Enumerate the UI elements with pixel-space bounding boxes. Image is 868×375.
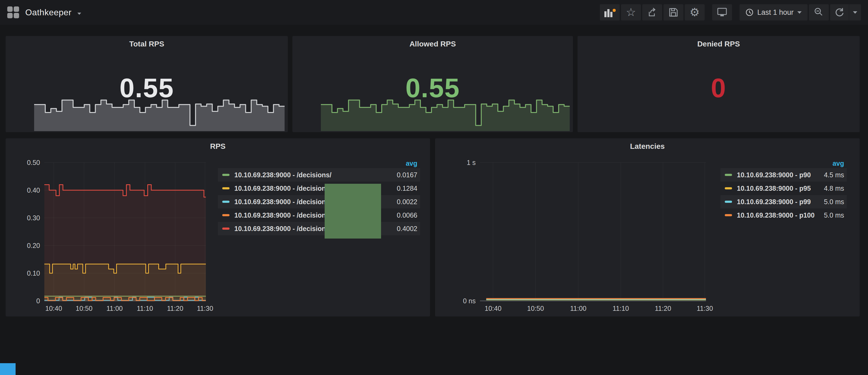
- stat-value: 0.55: [405, 72, 460, 103]
- series-avg-value: 5.0 ms: [824, 211, 844, 219]
- toolbar: ☆ ⚙: [598, 4, 861, 21]
- series-color-swatch[interactable]: [222, 201, 229, 203]
- time-caret-icon: [797, 11, 802, 14]
- series-name[interactable]: 10.10.69.238:9000 - /decisions/: [234, 185, 331, 192]
- series-name[interactable]: 10.10.69.238:9000 - p99: [737, 198, 811, 206]
- series-color-swatch[interactable]: [222, 174, 229, 176]
- series-name[interactable]: 10.10.69.238:9000 - p100: [737, 211, 814, 219]
- series-name[interactable]: 10.10.69.238:9000 - /decisions/: [234, 198, 331, 206]
- latencies-legend: avg10.10.69.238:9000 - p904.5 ms10.10.69…: [720, 158, 847, 222]
- add-panel-button[interactable]: [600, 4, 620, 21]
- latencies-plot-area[interactable]: 10:4010:5011:0011:1011:2011:301 s0 ns: [480, 162, 706, 301]
- refresh-caret-icon: [853, 11, 857, 14]
- settings-button[interactable]: ⚙: [685, 4, 705, 21]
- x-tick-label: 11:20: [655, 305, 671, 312]
- y-tick-label: 0.40: [27, 186, 40, 194]
- series-avg-value: 5.0 ms: [824, 198, 844, 206]
- time-range-label: Last 1 hour: [757, 8, 794, 17]
- x-tick-label: 11:20: [167, 305, 183, 312]
- series-name[interactable]: 10.10.69.238:9000 - p90: [737, 171, 811, 179]
- legend-row[interactable]: 10.10.69.238:9000 - /decisions/0.4002: [218, 222, 420, 235]
- y-tick-label: 0 ns: [463, 297, 476, 305]
- series-color-swatch[interactable]: [725, 174, 732, 176]
- legend-row[interactable]: 10.10.69.238:9000 - p904.5 ms: [720, 168, 847, 182]
- zoom-out-button[interactable]: [809, 4, 829, 21]
- series-name[interactable]: 10.10.69.238:9000 - p95: [737, 185, 811, 192]
- x-tick-label: 10:40: [485, 305, 501, 312]
- panel-title[interactable]: RPS: [6, 142, 430, 151]
- x-tick-label: 10:50: [76, 305, 93, 312]
- x-tick-label: 11:00: [570, 305, 586, 312]
- gear-icon: ⚙: [689, 7, 700, 18]
- legend-row[interactable]: 10.10.69.238:9000 - p954.8 ms: [720, 182, 847, 195]
- refresh-interval-button[interactable]: [849, 4, 861, 21]
- sidebar-corner-button[interactable]: [0, 363, 16, 375]
- grafana-dashboard: Oathkeeper ☆: [0, 0, 868, 375]
- add-panel-icon: [604, 7, 616, 18]
- series-name[interactable]: 10.10.69.238:9000 - /decisions/: [234, 171, 331, 179]
- rps-plot-area[interactable]: 10:4010:5011:0011:1011:2011:300.500.400.…: [44, 162, 206, 301]
- time-picker-button[interactable]: Last 1 hour: [740, 4, 808, 21]
- save-button[interactable]: [663, 4, 683, 21]
- series-color-swatch[interactable]: [725, 201, 732, 203]
- series-color-swatch[interactable]: [222, 187, 229, 189]
- star-button[interactable]: ☆: [621, 4, 641, 21]
- series-avg-value: 0.4002: [397, 225, 417, 232]
- legend-row[interactable]: 10.10.69.238:9000 - /decisions/0.0022: [218, 195, 420, 209]
- y-tick-label: 0.20: [27, 242, 40, 250]
- series-color-swatch[interactable]: [222, 227, 229, 230]
- series-color-swatch[interactable]: [222, 214, 229, 216]
- panel-title[interactable]: Total RPS: [6, 40, 288, 49]
- dashboard-picker[interactable]: Oathkeeper: [7, 6, 81, 19]
- series-name[interactable]: 10.10.69.238:9000 - /decisions/: [234, 211, 331, 219]
- x-tick-label: 11:10: [137, 305, 153, 312]
- panel-title[interactable]: Allowed RPS: [292, 40, 573, 49]
- panel-total-rps: Total RPS 0.55: [6, 36, 288, 132]
- legend-row[interactable]: 10.10.69.238:9000 - p995.0 ms: [720, 195, 847, 209]
- series-color-swatch[interactable]: [725, 187, 732, 189]
- dashboard-caret-icon: [78, 12, 81, 15]
- series-avg-value: 0.1284: [397, 185, 417, 192]
- series-avg-value: 0.0066: [397, 211, 417, 219]
- legend-header-avg[interactable]: avg: [720, 158, 847, 168]
- series-avg-value: 0.0167: [397, 171, 417, 179]
- series-avg-value: 0.0022: [397, 198, 417, 206]
- share-button[interactable]: [642, 4, 662, 21]
- refresh-icon: [834, 7, 845, 18]
- legend-row[interactable]: 10.10.69.238:9000 - /decisions/0.1284: [218, 182, 420, 195]
- x-tick-label: 11:30: [696, 305, 713, 312]
- x-tick-label: 11:30: [197, 305, 213, 312]
- y-tick-label: 0.30: [27, 214, 40, 222]
- series-avg-value: 4.8 ms: [824, 185, 844, 192]
- stat-value: 0.55: [120, 72, 174, 103]
- y-tick-label: 0.10: [27, 270, 40, 277]
- x-tick-label: 10:40: [45, 305, 62, 312]
- rps-legend: avg10.10.69.238:9000 - /decisions/0.0167…: [218, 158, 420, 235]
- x-tick-label: 11:00: [106, 305, 123, 312]
- x-tick-label: 11:10: [613, 305, 629, 312]
- legend-header-avg[interactable]: avg: [218, 158, 420, 168]
- legend-row[interactable]: 10.10.69.238:9000 - /decisions/0.0167: [218, 168, 420, 182]
- panel-latencies-graph: Latencies 10:4010:5011:0011:1011:2011:30…: [435, 138, 860, 316]
- clock-icon: [745, 8, 753, 17]
- dashboard-title[interactable]: Oathkeeper: [25, 7, 71, 18]
- cycle-view-button[interactable]: [712, 4, 732, 21]
- panel-title[interactable]: Latencies: [435, 142, 860, 151]
- zoom-out-icon: [813, 7, 824, 18]
- refresh-button[interactable]: [830, 4, 849, 21]
- series-color-swatch[interactable]: [725, 214, 732, 216]
- y-tick-label: 0: [36, 297, 40, 305]
- save-icon: [668, 7, 679, 18]
- stat-value: 0: [711, 72, 726, 103]
- grid-logo-icon: [7, 6, 19, 19]
- y-tick-label: 0.50: [27, 159, 40, 166]
- share-icon: [647, 7, 658, 18]
- legend-row[interactable]: 10.10.69.238:9000 - /decisions/0.0066: [218, 209, 420, 222]
- series-name[interactable]: 10.10.69.238:9000 - /decisions/: [234, 225, 331, 232]
- panel-title[interactable]: Denied RPS: [578, 40, 860, 49]
- star-icon: ☆: [626, 7, 636, 18]
- tv-icon: [717, 7, 727, 18]
- legend-row[interactable]: 10.10.69.238:9000 - p1005.0 ms: [720, 209, 847, 222]
- series-avg-value: 4.5 ms: [824, 171, 844, 179]
- top-navbar: Oathkeeper ☆: [0, 0, 868, 25]
